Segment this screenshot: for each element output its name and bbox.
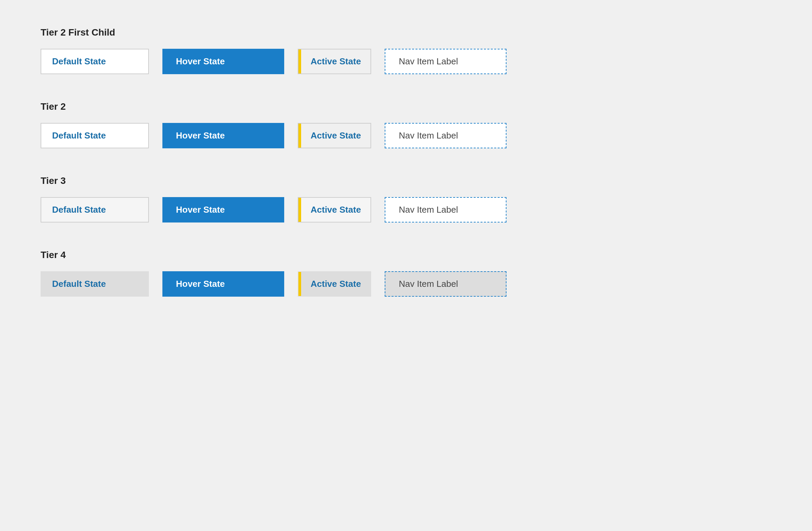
hover-state-tier3[interactable]: Hover State xyxy=(162,197,284,223)
active-state-content[interactable]: Active State xyxy=(301,124,371,148)
section-title-tier2-first-child: Tier 2 First Child xyxy=(41,27,771,38)
states-row-tier3: Default State Hover State Active State N… xyxy=(41,197,771,223)
nav-item-label: Nav Item Label xyxy=(399,130,458,141)
nav-item-label: Nav Item Label xyxy=(399,56,458,67)
active-state-wrapper-tier2: Active State xyxy=(298,123,371,148)
active-state-bar xyxy=(299,198,301,222)
active-state-label: Active State xyxy=(310,279,361,289)
active-state-label: Active State xyxy=(310,205,361,215)
default-state-label: Default State xyxy=(52,205,106,215)
nav-label-tier3[interactable]: Nav Item Label xyxy=(385,197,507,223)
hover-state-tier2[interactable]: Hover State xyxy=(162,123,284,148)
nav-item-label: Nav Item Label xyxy=(399,205,458,215)
default-state-tier3[interactable]: Default State xyxy=(41,197,149,223)
active-state-bar xyxy=(299,272,301,296)
default-state-label: Default State xyxy=(52,130,106,141)
hover-state-label: Hover State xyxy=(176,130,225,141)
nav-label-tier2-first[interactable]: Nav Item Label xyxy=(385,49,507,74)
nav-label-tier2[interactable]: Nav Item Label xyxy=(385,123,507,148)
tier2-section: Tier 2 Default State Hover State Active … xyxy=(41,101,771,148)
default-state-tier2[interactable]: Default State xyxy=(41,123,149,148)
active-state-content[interactable]: Active State xyxy=(301,50,371,73)
active-state-content[interactable]: Active State xyxy=(301,198,371,222)
nav-item-label: Nav Item Label xyxy=(399,279,458,289)
default-state-label: Default State xyxy=(52,279,106,289)
tier2-first-child-section: Tier 2 First Child Default State Hover S… xyxy=(41,27,771,74)
states-row-tier4: Default State Hover State Active State N… xyxy=(41,271,771,297)
active-state-wrapper-tier3: Active State xyxy=(298,197,371,223)
states-row-tier2-first-child: Default State Hover State Active State N… xyxy=(41,49,771,74)
active-state-wrapper-tier4: Active State xyxy=(298,271,371,297)
hover-state-label: Hover State xyxy=(176,279,225,289)
hover-state-label: Hover State xyxy=(176,205,225,215)
active-state-label: Active State xyxy=(310,56,361,67)
hover-state-tier2-first[interactable]: Hover State xyxy=(162,49,284,74)
active-state-bar xyxy=(299,50,301,73)
default-state-tier4[interactable]: Default State xyxy=(41,271,149,297)
states-row-tier2: Default State Hover State Active State N… xyxy=(41,123,771,148)
section-title-tier2: Tier 2 xyxy=(41,101,771,112)
section-title-tier3: Tier 3 xyxy=(41,176,771,186)
active-state-content[interactable]: Active State xyxy=(301,272,371,296)
active-state-wrapper-tier2-first: Active State xyxy=(298,49,371,74)
default-state-tier2-first[interactable]: Default State xyxy=(41,49,149,74)
tier4-section: Tier 4 Default State Hover State Active … xyxy=(41,250,771,297)
section-title-tier4: Tier 4 xyxy=(41,250,771,261)
nav-label-tier4[interactable]: Nav Item Label xyxy=(385,271,507,297)
tier3-section: Tier 3 Default State Hover State Active … xyxy=(41,176,771,223)
default-state-label: Default State xyxy=(52,56,106,67)
active-state-bar xyxy=(299,124,301,148)
hover-state-tier4[interactable]: Hover State xyxy=(162,271,284,297)
active-state-label: Active State xyxy=(310,130,361,141)
hover-state-label: Hover State xyxy=(176,56,225,67)
